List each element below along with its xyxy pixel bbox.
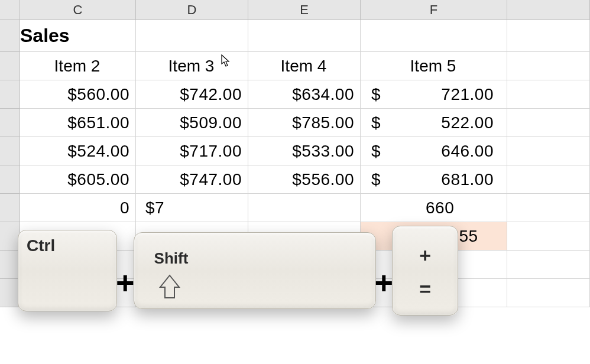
cell-c-frag[interactable]: 0 <box>20 194 136 222</box>
col-header-g[interactable] <box>507 0 590 20</box>
cell[interactable] <box>507 165 590 194</box>
spreadsheet-view: C D E F Sales Item 2 Item 3 Item 4 Item … <box>0 0 590 364</box>
shift-arrow-icon <box>158 274 181 304</box>
cell-f-frag[interactable]: 660 <box>361 194 507 222</box>
equals-symbol: = <box>419 278 431 301</box>
cell-f[interactable]: $ 646.00 <box>361 137 507 165</box>
column-header-row: C D E F <box>0 0 590 20</box>
row-head[interactable] <box>0 109 20 137</box>
data-row: $605.00 $747.00 $556.00 $ 681.00 <box>0 165 590 194</box>
cell-d-frag[interactable]: $7 <box>136 194 248 222</box>
cell-d[interactable]: $742.00 <box>136 80 248 109</box>
row-head[interactable] <box>0 80 20 109</box>
amount: 646.00 <box>441 142 494 161</box>
cell-c[interactable]: $651.00 <box>20 109 136 137</box>
plus-equals-key: + = <box>392 226 458 316</box>
data-row-partial: 0 $7 660 <box>0 194 590 222</box>
row-head[interactable] <box>0 279 20 307</box>
title-cell[interactable]: Sales <box>20 20 136 52</box>
cell-c[interactable]: $524.00 <box>20 137 136 165</box>
dollar-sign: $ <box>371 85 381 104</box>
cell-e[interactable]: $634.00 <box>248 80 361 109</box>
shift-key: Shift <box>134 232 376 309</box>
row-head[interactable] <box>0 165 20 194</box>
col-header-f[interactable]: F <box>361 0 507 20</box>
amount: 721.00 <box>441 85 494 104</box>
dollar-sign: $ <box>371 113 381 132</box>
cell-f[interactable]: $ 522.00 <box>361 109 507 137</box>
col-header-e[interactable]: E <box>248 0 361 20</box>
row-head[interactable] <box>0 52 20 80</box>
col-header-c[interactable]: C <box>20 0 136 20</box>
cell-e[interactable]: $533.00 <box>248 137 361 165</box>
row-head[interactable] <box>0 251 20 279</box>
header-item-5[interactable]: Item 5 <box>361 52 507 80</box>
data-row: $524.00 $717.00 $533.00 $ 646.00 <box>0 137 590 165</box>
cell-d[interactable]: $509.00 <box>136 109 248 137</box>
amount: 522.00 <box>441 113 494 132</box>
cell[interactable] <box>507 52 590 80</box>
shift-label: Shift <box>154 249 189 267</box>
row-head[interactable] <box>0 222 20 251</box>
cell[interactable] <box>507 80 590 109</box>
title-row: Sales <box>0 20 590 52</box>
cell[interactable] <box>507 251 590 279</box>
ctrl-key: Ctrl <box>18 230 117 311</box>
cell-f[interactable]: $ 681.00 <box>361 165 507 194</box>
header-item-3[interactable]: Item 3 <box>136 52 248 80</box>
row-head[interactable] <box>0 20 20 52</box>
dollar-sign: $ <box>371 170 381 189</box>
cell[interactable] <box>248 194 361 222</box>
data-row: $651.00 $509.00 $785.00 $ 522.00 <box>0 109 590 137</box>
header-item-2[interactable]: Item 2 <box>20 52 136 80</box>
row-head[interactable] <box>0 194 20 222</box>
cell-d[interactable]: $717.00 <box>136 137 248 165</box>
cell[interactable] <box>507 109 590 137</box>
plus-symbol: + <box>419 244 431 267</box>
keyboard-shortcut-overlay: Ctrl + Shift + + = <box>18 226 458 316</box>
plus-joiner: + <box>116 264 135 301</box>
cell-f[interactable]: $ 721.00 <box>361 80 507 109</box>
cell[interactable] <box>361 20 507 52</box>
header-row: Item 2 Item 3 Item 4 Item 5 <box>0 52 590 80</box>
header-item-4[interactable]: Item 4 <box>248 52 361 80</box>
plus-joiner: + <box>375 264 394 301</box>
cell-e[interactable]: $556.00 <box>248 165 361 194</box>
cell[interactable] <box>507 222 590 251</box>
dollar-sign: $ <box>371 142 381 161</box>
cell-d[interactable]: $747.00 <box>136 165 248 194</box>
amount: 681.00 <box>441 170 494 189</box>
row-head[interactable] <box>0 137 20 165</box>
header-stub <box>0 0 20 20</box>
cell-c[interactable]: $605.00 <box>20 165 136 194</box>
cell-c[interactable]: $560.00 <box>20 80 136 109</box>
cell[interactable] <box>248 20 361 52</box>
cell[interactable] <box>136 20 248 52</box>
cell[interactable] <box>507 137 590 165</box>
cell[interactable] <box>507 279 590 307</box>
data-row: $560.00 $742.00 $634.00 $ 721.00 <box>0 80 590 109</box>
col-header-d[interactable]: D <box>136 0 248 20</box>
cell[interactable] <box>507 194 590 222</box>
cell[interactable] <box>507 20 590 52</box>
ctrl-label: Ctrl <box>27 236 55 255</box>
cell-e[interactable]: $785.00 <box>248 109 361 137</box>
